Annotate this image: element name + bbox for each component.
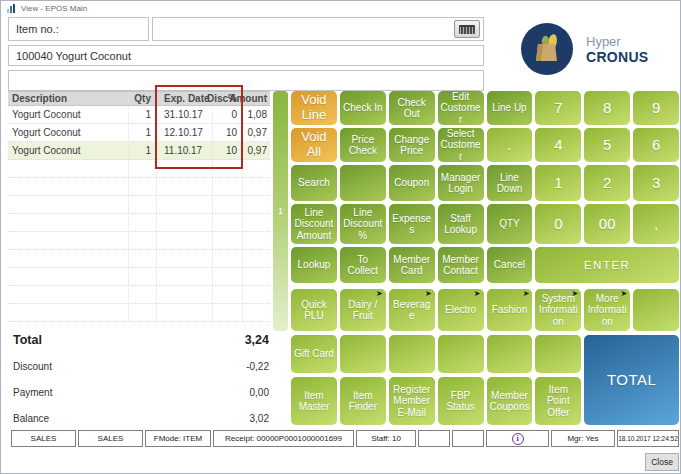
button-label: Line Down [489, 172, 531, 194]
total-button[interactable]: TOTAL [584, 335, 679, 425]
electro-button[interactable]: Electro➤ [438, 289, 484, 331]
void-all-button[interactable]: Void All [291, 128, 337, 162]
dairy-fruit-button[interactable]: Dairy / Fruit➤ [340, 289, 386, 331]
line-discount-percent-button[interactable]: Line Discount % [340, 204, 386, 244]
num-8-button[interactable]: 8 [584, 91, 630, 125]
line-down-button[interactable]: Line Down [487, 165, 533, 201]
button-label: Line Up [492, 102, 526, 113]
table-cell [156, 196, 212, 213]
empty-button[interactable] [487, 335, 533, 373]
fashion-button[interactable]: Fashion➤ [487, 289, 533, 331]
page-indicator-bar[interactable]: 1 [273, 91, 288, 331]
to-collect-button[interactable]: To Collect [340, 247, 386, 283]
edit-customer-button[interactable]: Edit Customer [438, 91, 484, 125]
app-icon [7, 4, 16, 13]
table-cell [8, 304, 128, 321]
table-cell [128, 268, 156, 285]
change-price-button[interactable]: Change Price [389, 128, 435, 162]
button-label: 00 [599, 216, 616, 233]
cancel-button[interactable]: Cancel [487, 247, 533, 283]
num-0-button[interactable]: 0 [535, 204, 581, 244]
select-customer-button[interactable]: Select Customer [438, 128, 484, 162]
qty-button[interactable]: QTY [487, 204, 533, 244]
item-master-button[interactable]: Item Master [291, 377, 337, 425]
button-label: Member Coupons [489, 390, 531, 412]
page-number: 1 [278, 206, 283, 216]
member-coupons-button[interactable]: Member Coupons [487, 377, 533, 425]
table-cell [8, 250, 128, 267]
num-6-button[interactable]: 6 [633, 128, 679, 162]
line-discount-amount-button[interactable]: Line Discount Amount [291, 204, 337, 244]
expenses-button[interactable]: Expenses [389, 204, 435, 244]
num-4-button[interactable]: 4 [535, 128, 581, 162]
decimal-point-button[interactable]: . [487, 128, 533, 162]
item-no-input[interactable] [152, 17, 484, 41]
logo-bag-icon [521, 23, 573, 75]
table-cell [128, 178, 156, 195]
info-icon[interactable]: i [512, 433, 524, 445]
item-finder-button[interactable]: Item Finder [340, 377, 386, 425]
void-line-button[interactable]: Void Line [291, 91, 337, 125]
more-information-button[interactable]: More Information➤ [584, 289, 630, 331]
coupon-button[interactable]: Coupon [389, 165, 435, 201]
virtual-keyboard-button[interactable] [454, 20, 480, 38]
highlight-annotation [155, 85, 243, 169]
button-label: TOTAL [607, 372, 656, 389]
button-label: Member Contact [440, 254, 482, 276]
button-label: Gift Card [294, 348, 334, 359]
num-5-button[interactable]: 5 [584, 128, 630, 162]
submenu-arrow-icon: ➤ [620, 289, 627, 299]
num-1-button[interactable]: 1 [535, 165, 581, 201]
num-7-button[interactable]: 7 [535, 91, 581, 125]
item-description-field: 100040 Yogurt Coconut [8, 45, 484, 66]
button-label: FBP Status [440, 390, 482, 412]
search-button[interactable]: Search [291, 165, 337, 201]
num-9-button[interactable]: 9 [633, 91, 679, 125]
table-cell [8, 268, 128, 285]
epos-main-window: View - EPOS Main Item no.: 100040 Yogurt… [0, 0, 681, 474]
quick-plu-button[interactable]: Quick PLU [291, 289, 337, 331]
check-out-button[interactable]: Check Out [389, 91, 435, 125]
member-card-button[interactable]: Member Card [389, 247, 435, 283]
status-info: i [486, 430, 549, 447]
enter-button[interactable]: ENTER [535, 247, 679, 283]
empty-button[interactable] [633, 289, 679, 331]
item-point-offer-button[interactable]: Item Point Offer [535, 377, 581, 425]
register-member-email-button[interactable]: Register Member E-Mail [389, 377, 435, 425]
empty-button[interactable] [340, 165, 386, 201]
member-contact-button[interactable]: Member Contact [438, 247, 484, 283]
table-cell [128, 214, 156, 231]
button-label: Dairy / Fruit [342, 299, 384, 321]
table-cell [128, 286, 156, 303]
num-2-button[interactable]: 2 [584, 165, 630, 201]
comma-button[interactable]: , [633, 204, 679, 244]
price-check-button[interactable]: Price Check [340, 128, 386, 162]
table-cell [8, 160, 128, 177]
line-up-button[interactable]: Line Up [487, 91, 533, 125]
table-cell [156, 250, 212, 267]
system-information-button[interactable]: System Information➤ [535, 289, 581, 331]
button-label: Void All [293, 130, 335, 159]
fbp-status-button[interactable]: FBP Status [438, 377, 484, 425]
lookup-button[interactable]: Lookup [291, 247, 337, 283]
check-in-button[interactable]: Check In [340, 91, 386, 125]
total-row: Payment0,00 [13, 379, 269, 405]
table-cell [128, 196, 156, 213]
manager-login-button[interactable]: Manager Login [438, 165, 484, 201]
num-00-button[interactable]: 00 [584, 204, 630, 244]
close-button[interactable]: Close [645, 453, 679, 471]
table-cell: Yogurt Coconut [8, 106, 128, 123]
num-3-button[interactable]: 3 [633, 165, 679, 201]
gift-card-button[interactable]: Gift Card [291, 335, 337, 373]
empty-button[interactable] [389, 335, 435, 373]
table-cell: 0,97 [242, 124, 270, 141]
total-value: 3,24 [245, 333, 269, 347]
beverage-button[interactable]: Beverage➤ [389, 289, 435, 331]
empty-button[interactable] [438, 335, 484, 373]
empty-button[interactable] [535, 335, 581, 373]
status-sales-2: SALES [78, 430, 143, 447]
secondary-description-field [8, 70, 484, 91]
button-label: Fashion [492, 304, 528, 315]
staff-lookup-button[interactable]: Staff Lookup [438, 204, 484, 244]
empty-button[interactable] [340, 335, 386, 373]
